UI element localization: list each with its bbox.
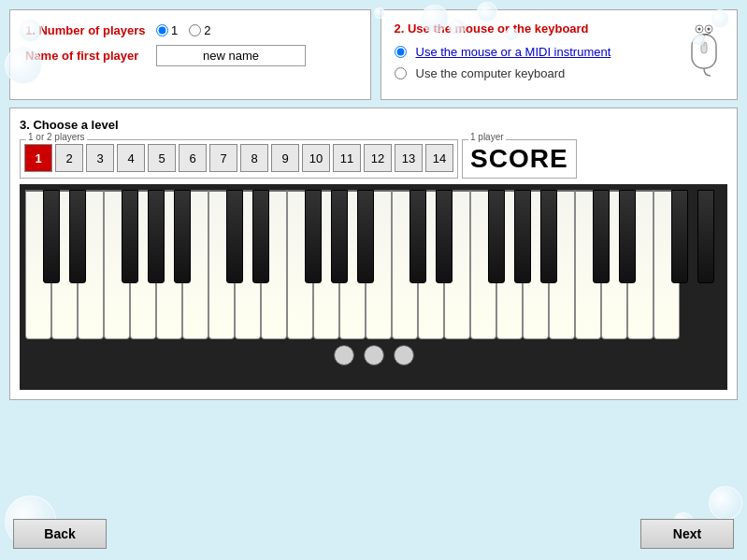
mouse-icon bbox=[684, 22, 724, 80]
bubble-11 bbox=[709, 486, 742, 520]
indicator-1 bbox=[334, 345, 354, 366]
players-panel: 1. Number of players 1 2 Name of first p… bbox=[9, 9, 371, 100]
keyboard-radio[interactable] bbox=[395, 67, 407, 79]
level-btn-5[interactable]: 5 bbox=[148, 144, 176, 172]
level-btn-7[interactable]: 7 bbox=[209, 144, 237, 172]
black-key-12[interactable] bbox=[436, 190, 453, 283]
bottom-bar: Back Next bbox=[0, 519, 747, 549]
score-group-label: 1 player bbox=[468, 132, 506, 142]
level-btn-13[interactable]: 13 bbox=[395, 144, 423, 172]
levels-group-label: 1 or 2 players bbox=[26, 132, 87, 142]
bubble-13 bbox=[374, 7, 385, 19]
back-button[interactable]: Back bbox=[13, 519, 107, 549]
black-key-8[interactable] bbox=[305, 190, 322, 283]
mouse-svg bbox=[684, 22, 724, 78]
score-group: 1 player SCORE bbox=[462, 139, 577, 179]
bubble-7 bbox=[711, 9, 729, 28]
bubble-1 bbox=[421, 5, 449, 33]
black-key-4[interactable] bbox=[148, 190, 165, 283]
black-key-14[interactable] bbox=[514, 190, 531, 283]
indicator-3 bbox=[394, 345, 414, 366]
black-key-10[interactable] bbox=[357, 190, 374, 283]
black-key-6[interactable] bbox=[226, 190, 243, 283]
player1-option[interactable]: 1 bbox=[156, 23, 178, 37]
level-btn-11[interactable]: 11 bbox=[333, 144, 361, 172]
level-btn-4[interactable]: 4 bbox=[117, 144, 145, 172]
black-key-17[interactable] bbox=[619, 190, 636, 283]
level-btn-3[interactable]: 3 bbox=[86, 144, 114, 172]
black-key-16[interactable] bbox=[593, 190, 610, 283]
levels-row: 1 or 2 players 1 2 3 4 5 6 7 8 9 10 11 1… bbox=[20, 139, 727, 179]
bubble-8 bbox=[692, 33, 705, 46]
svg-point-5 bbox=[698, 28, 701, 31]
midi-option-row[interactable]: Use the mouse or a MIDI instrument bbox=[395, 45, 676, 59]
level-btn-2[interactable]: 2 bbox=[55, 144, 83, 172]
score-display: SCORE bbox=[470, 144, 568, 174]
level-btn-9[interactable]: 9 bbox=[271, 144, 299, 172]
piano-container bbox=[20, 184, 727, 390]
black-key-5[interactable] bbox=[174, 190, 191, 283]
black-key-2[interactable] bbox=[69, 190, 86, 283]
black-key-19[interactable] bbox=[697, 190, 714, 283]
piano-indicators bbox=[25, 345, 722, 366]
black-key-7[interactable] bbox=[252, 190, 269, 283]
level-btn-10[interactable]: 10 bbox=[302, 144, 330, 172]
num-players-label: 1. Number of players bbox=[25, 23, 147, 37]
bubble-5 bbox=[19, 19, 42, 42]
piano-keys-wrapper bbox=[25, 190, 722, 339]
player2-option[interactable]: 2 bbox=[189, 23, 210, 37]
bubble-2 bbox=[449, 19, 466, 36]
player-count-group: 1 2 bbox=[156, 23, 210, 37]
level-btn-12[interactable]: 12 bbox=[364, 144, 392, 172]
midi-radio[interactable] bbox=[395, 46, 407, 58]
level-btn-8[interactable]: 8 bbox=[240, 144, 268, 172]
black-key-18[interactable] bbox=[671, 190, 688, 283]
player2-radio[interactable] bbox=[189, 24, 201, 36]
player1-radio[interactable] bbox=[156, 24, 168, 36]
player1-radio-label: 1 bbox=[171, 23, 178, 37]
black-key-1[interactable] bbox=[43, 190, 60, 283]
svg-point-6 bbox=[708, 28, 711, 31]
black-key-3[interactable] bbox=[122, 190, 138, 283]
level-title: 3. Choose a level bbox=[20, 118, 727, 132]
piano-keys bbox=[25, 190, 680, 339]
black-key-11[interactable] bbox=[409, 190, 426, 283]
next-button[interactable]: Next bbox=[640, 519, 734, 549]
black-key-15[interactable] bbox=[540, 190, 557, 283]
black-key-13[interactable] bbox=[488, 190, 505, 283]
player-name-input[interactable] bbox=[156, 45, 306, 66]
level-btn-6[interactable]: 6 bbox=[179, 144, 207, 172]
indicator-2 bbox=[364, 345, 384, 366]
level-btn-1[interactable]: 1 bbox=[24, 144, 52, 172]
keyboard-option-row[interactable]: Use the computer keyboard bbox=[395, 66, 676, 80]
black-key-9[interactable] bbox=[331, 190, 348, 283]
bubble-3 bbox=[477, 2, 497, 22]
levels-group-1or2: 1 or 2 players 1 2 3 4 5 6 7 8 9 10 11 1… bbox=[20, 139, 458, 179]
bubble-4 bbox=[505, 28, 518, 41]
bubble-6 bbox=[5, 47, 42, 84]
level-panel: 3. Choose a level 1 or 2 players 1 2 3 4… bbox=[9, 108, 738, 400]
level-btn-14[interactable]: 14 bbox=[425, 144, 453, 172]
player2-radio-label: 2 bbox=[204, 23, 210, 37]
name-label: Name of first player bbox=[25, 49, 147, 63]
midi-option-label: Use the mouse or a MIDI instrument bbox=[416, 45, 611, 59]
keyboard-option-label: Use the computer keyboard bbox=[416, 66, 566, 80]
